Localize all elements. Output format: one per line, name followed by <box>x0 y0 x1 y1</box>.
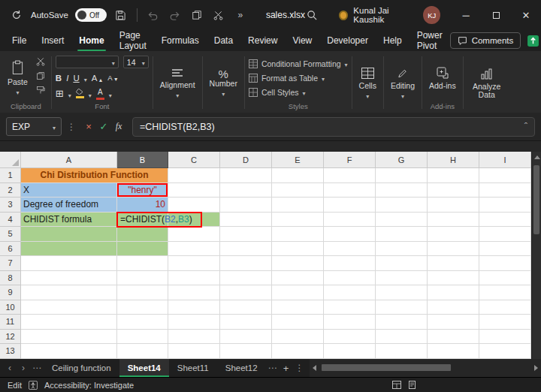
cell-A12[interactable] <box>21 330 117 345</box>
column-header-B[interactable]: B <box>117 152 168 168</box>
row-header-2[interactable]: 2 <box>0 183 21 198</box>
normal-view-icon[interactable] <box>392 381 401 389</box>
cell-B4[interactable]: =CHIDIST(B2,B3) <box>117 213 168 228</box>
cell-G13[interactable] <box>376 344 428 359</box>
cell-F1[interactable] <box>324 168 376 183</box>
cell-H7[interactable] <box>428 256 479 271</box>
page-layout-view-icon[interactable] <box>408 381 416 389</box>
cell-A1[interactable]: Chi Distribution Function <box>21 168 168 183</box>
cell-D6[interactable] <box>220 242 272 257</box>
search-icon[interactable] <box>305 6 319 24</box>
tab-view[interactable]: View <box>285 30 319 51</box>
underline-chevron-icon[interactable] <box>84 71 87 85</box>
cell-B2[interactable]: "henry" <box>117 183 168 198</box>
cell-styles-button[interactable]: Cell Styles <box>249 86 348 100</box>
cell-B3[interactable]: 10 <box>117 198 168 213</box>
cell-A8[interactable] <box>21 271 117 286</box>
bold-button[interactable]: B <box>56 74 62 83</box>
sheet-tab-ceiling-function[interactable]: Ceiling function <box>44 359 119 377</box>
row-header-4[interactable]: 4 <box>0 213 21 228</box>
cell-E2[interactable] <box>272 183 324 198</box>
cell-I6[interactable] <box>479 242 531 257</box>
cell-E7[interactable] <box>272 256 324 271</box>
account-button[interactable]: Kunal Jai Kaushik KJ <box>339 6 440 24</box>
cell-E4[interactable] <box>272 213 324 228</box>
row-header-8[interactable]: 8 <box>0 271 21 286</box>
italic-button[interactable]: I <box>66 74 68 83</box>
save-icon[interactable] <box>113 6 128 24</box>
cell-G4[interactable] <box>376 213 428 228</box>
cell-E10[interactable] <box>272 300 324 315</box>
tab-formulas[interactable]: Formulas <box>154 30 207 51</box>
font-color-button[interactable]: A <box>96 88 104 100</box>
cell-F7[interactable] <box>324 256 376 271</box>
row-header-3[interactable]: 3 <box>0 198 21 213</box>
cell-D13[interactable] <box>220 344 272 359</box>
addins-button[interactable]: Add-ins <box>426 55 459 101</box>
cell-G7[interactable] <box>376 256 428 271</box>
cell-D12[interactable] <box>220 330 272 345</box>
cell-F4[interactable] <box>324 213 376 228</box>
cell-B13[interactable] <box>117 344 168 359</box>
cell-E5[interactable] <box>272 227 324 242</box>
shrink-font-button[interactable]: A▼ <box>107 74 118 82</box>
column-header-A[interactable]: A <box>21 152 117 168</box>
cell-B8[interactable] <box>117 271 168 286</box>
column-header-H[interactable]: H <box>428 152 479 168</box>
column-header-C[interactable]: C <box>168 152 220 168</box>
cell-E6[interactable] <box>272 242 324 257</box>
tab-page-layout[interactable]: Page Layout <box>112 30 154 51</box>
column-header-E[interactable]: E <box>272 152 324 168</box>
paste-button[interactable]: Paste <box>5 55 31 101</box>
cell-I4[interactable] <box>479 213 531 228</box>
cell-A9[interactable] <box>21 285 117 300</box>
horizontal-scroll-thumb[interactable] <box>322 364 451 371</box>
cell-G8[interactable] <box>376 271 428 286</box>
cell-I8[interactable] <box>479 271 531 286</box>
cells-button[interactable]: Cells <box>356 66 379 102</box>
tab-bar-menu-icon[interactable] <box>293 359 307 377</box>
cell-I12[interactable] <box>479 330 531 345</box>
sheet-tab-sheet12[interactable]: Sheet12 <box>217 359 266 377</box>
cancel-button[interactable]: × <box>81 121 96 132</box>
column-header-I[interactable]: I <box>479 152 531 168</box>
redo-icon[interactable] <box>168 6 183 24</box>
formula-input[interactable]: =CHIDIST(B2,B3) ˆ <box>132 117 535 137</box>
tab-data[interactable]: Data <box>207 30 240 51</box>
row-header-5[interactable]: 5 <box>0 227 21 242</box>
quick-access-overflow-icon[interactable]: » <box>233 6 248 24</box>
number-button[interactable]: % Number <box>207 68 240 100</box>
row-header-9[interactable]: 9 <box>0 285 21 300</box>
cell-I5[interactable] <box>479 227 531 242</box>
cell-H9[interactable] <box>428 285 479 300</box>
column-header-D[interactable]: D <box>220 152 272 168</box>
cell-B7[interactable] <box>117 256 168 271</box>
cell-A6[interactable] <box>21 242 117 257</box>
cell-C2[interactable] <box>168 183 220 198</box>
cell-F2[interactable] <box>324 183 376 198</box>
borders-button[interactable]: ⊞ <box>56 88 64 99</box>
cell-F11[interactable] <box>324 315 376 330</box>
cell-F3[interactable] <box>324 198 376 213</box>
editing-button[interactable]: Editing <box>388 66 418 102</box>
cell-B5[interactable] <box>117 227 168 242</box>
cell-H12[interactable] <box>428 330 479 345</box>
tab-review[interactable]: Review <box>240 30 285 51</box>
horizontal-scrollbar[interactable] <box>310 359 541 377</box>
cell-A3[interactable]: Degree of freedom <box>21 198 117 213</box>
tab-file[interactable]: File <box>5 30 34 51</box>
name-box[interactable]: EXP <box>6 117 62 136</box>
cell-A11[interactable] <box>21 315 117 330</box>
scroll-right-icon[interactable] <box>534 365 538 371</box>
cell-C12[interactable] <box>168 330 220 345</box>
cell-I7[interactable] <box>479 256 531 271</box>
cell-A5[interactable] <box>21 227 117 242</box>
cell-D11[interactable] <box>220 315 272 330</box>
ribbon-copy-icon[interactable] <box>34 71 47 81</box>
close-button[interactable]: ✕ <box>511 0 541 30</box>
cell-H13[interactable] <box>428 344 479 359</box>
cell-A4[interactable]: CHIDIST formula <box>21 213 117 228</box>
cell-I11[interactable] <box>479 315 531 330</box>
copy-icon[interactable] <box>189 6 204 24</box>
grow-font-button[interactable]: A▲ <box>92 74 104 83</box>
